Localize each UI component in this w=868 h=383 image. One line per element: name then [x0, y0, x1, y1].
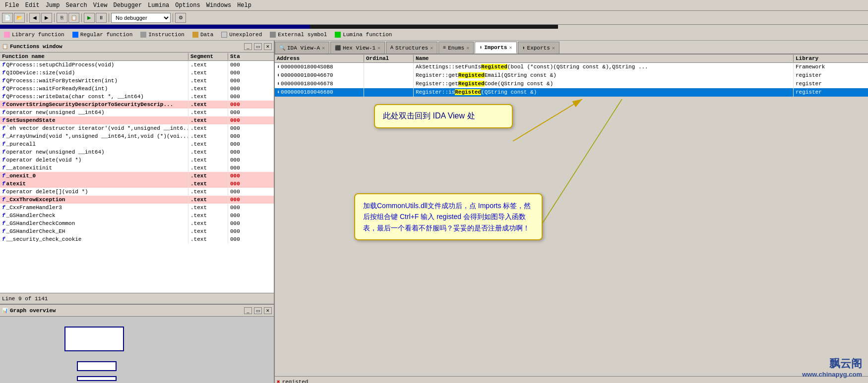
function-row[interactable]: fQIODevice::size(void).text000 — [0, 69, 274, 77]
open-btn[interactable]: 📂 — [14, 13, 25, 23]
search-term: registed — [282, 379, 309, 383]
function-row[interactable]: fQProcess::waitForReadyRead(int).text000 — [0, 85, 274, 93]
sep4 — [109, 13, 109, 22]
import-row[interactable]: ⬇0000000180046680Register::isRegisted(QS… — [275, 88, 868, 97]
col-function-name: Function name — [0, 53, 188, 60]
function-row[interactable]: fatexit.text000 — [0, 180, 274, 188]
function-row[interactable]: foperator delete(void *).text000 — [0, 156, 274, 164]
settings-btn[interactable]: ⚙ — [175, 13, 186, 23]
tab-label: Hex View-1 — [343, 45, 375, 51]
function-row[interactable]: f__atonexitinit.text000 — [0, 164, 274, 172]
tab-close-btn[interactable]: ✕ — [466, 45, 469, 51]
graph-restore-btn[interactable]: ▭ — [254, 307, 262, 314]
function-row[interactable]: foperator delete[](void *).text000 — [0, 188, 274, 196]
function-row[interactable]: f`eh vector destructor iterator'(void *,… — [0, 124, 274, 132]
menu-search[interactable]: Search — [62, 1, 90, 10]
menu-help[interactable]: Help — [234, 1, 254, 10]
function-row[interactable]: fQProcess::writeData(char const *, __int… — [0, 93, 274, 101]
tab-close-btn[interactable]: ✕ — [509, 45, 512, 51]
highlight-word: Registed — [455, 89, 481, 95]
import-row[interactable]: ⬇0000000180046678Register::getRegistedCo… — [275, 80, 868, 88]
function-row[interactable]: fSetSuspendState.text000 — [0, 116, 274, 124]
graph-close-btn[interactable]: ✕ — [264, 307, 272, 314]
tab-label: Imports — [484, 45, 507, 51]
menu-edit[interactable]: Edit — [22, 1, 43, 10]
tab-label: Structures — [395, 45, 428, 51]
run-btn[interactable]: ▶ — [84, 13, 95, 23]
col-sta: Sta — [228, 53, 258, 60]
tab-label: Exports — [527, 45, 550, 51]
paste-btn[interactable]: 📋 — [68, 13, 79, 23]
function-row[interactable]: fQProcess::setupChildProcess(void).text0… — [0, 61, 274, 69]
graph-panel-title: Graph overview — [10, 308, 242, 314]
col-segment: Segment — [188, 53, 228, 60]
menu-options[interactable]: Options — [172, 1, 203, 10]
function-row[interactable]: f_purecall.text000 — [0, 140, 274, 148]
function-row[interactable]: f_onexit_0.text000 — [0, 172, 274, 180]
function-row[interactable]: fConvertStringSecurityDescriptorToSecuri… — [0, 101, 274, 109]
import-icon: ⬇ — [479, 45, 482, 51]
tab-label: Enums — [448, 45, 464, 51]
menu-file[interactable]: File — [2, 1, 22, 10]
content-area: Address Ordinal Name Library ⬇0000000180… — [275, 55, 868, 376]
pause-btn[interactable]: ⏸ — [96, 13, 107, 23]
back-btn[interactable]: ◀ — [29, 13, 40, 23]
function-row[interactable]: foperator new(unsigned __int64).text000 — [0, 148, 274, 156]
right-status: ✖ registed — [275, 376, 868, 383]
debugger-select[interactable]: No debugger — [111, 13, 171, 23]
sep3 — [81, 13, 82, 22]
function-row[interactable]: f_CxxFrameHandler3.text000 — [0, 204, 274, 212]
tab-close-btn[interactable]: ✕ — [430, 45, 433, 51]
col-ordinal: Ordinal — [364, 55, 414, 62]
tab-ida-view-a[interactable]: 🔍IDA View-A✕ — [275, 42, 329, 54]
copy-btn[interactable]: ⎘ — [57, 13, 67, 23]
import-row[interactable]: ⬇0000000180046670Register::getRegistedEm… — [275, 71, 868, 80]
tab-enums[interactable]: ≡Enums✕ — [438, 42, 474, 54]
function-row[interactable]: f_GSHandlerCheck_EH.text000 — [0, 227, 274, 235]
function-row[interactable]: f__security_check_cookie.text000 — [0, 235, 274, 243]
export-icon: ⬆ — [522, 45, 525, 51]
functions-minimize-btn[interactable]: _ — [244, 43, 252, 50]
legend-unexplored-box — [221, 32, 227, 38]
functions-panel-header: 📋 Functions window _ ▭ ✕ — [0, 41, 274, 53]
tab-close-btn[interactable]: ✕ — [552, 45, 555, 51]
legend-instruction: Instruction — [140, 32, 185, 38]
tab-close-btn[interactable]: ✕ — [322, 45, 325, 51]
functions-table-body[interactable]: fQProcess::setupChildProcess(void).text0… — [0, 61, 274, 291]
col-name: Name — [414, 55, 794, 62]
main-layout: 📋 Functions window _ ▭ ✕ Function name S… — [0, 41, 868, 383]
menu-view[interactable]: View — [90, 1, 111, 10]
tab-structures[interactable]: AStructures✕ — [386, 42, 437, 54]
callout-ida-view: 此处双击回到 IDA View 处 — [374, 104, 513, 128]
function-row[interactable]: foperator new(unsigned __int64).text000 — [0, 109, 274, 116]
tab-close-btn[interactable]: ✕ — [377, 45, 380, 51]
import-row[interactable]: ⬇000000018004S0B8AkSettings::setFunIsReg… — [275, 63, 868, 71]
function-row[interactable]: f_ArrayUnwind(void *,unsigned __int64,in… — [0, 132, 274, 140]
menu-jump[interactable]: Jump — [43, 1, 63, 10]
tab-hex-view-1[interactable]: ⬛Hex View-1✕ — [330, 42, 385, 54]
legend-lumina: Lumina function — [335, 32, 392, 38]
menu-windows[interactable]: Windows — [203, 1, 234, 10]
tab-imports[interactable]: ⬇Imports✕ — [475, 42, 516, 54]
functions-close-btn[interactable]: ✕ — [264, 43, 272, 50]
legend-data: Data — [192, 32, 213, 38]
enum-icon: ≡ — [443, 45, 446, 51]
legend-unexplored: Unexplored — [221, 32, 262, 38]
function-row[interactable]: f_GSHandlerCheckCommon.text000 — [0, 219, 274, 227]
function-row[interactable]: f_CxxThrowException.text000 — [0, 196, 274, 204]
legend-unexplored-label: Unexplored — [229, 32, 262, 38]
menu-lumina[interactable]: Lumina — [145, 1, 172, 10]
function-row[interactable]: f_GSHandlerCheck.text000 — [0, 212, 274, 219]
legend-instruction-label: Instruction — [148, 32, 185, 38]
menu-debugger[interactable]: Debugger — [110, 1, 145, 10]
new-btn[interactable]: 📄 — [2, 13, 13, 23]
imports-table-body[interactable]: ⬇000000018004S0B8AkSettings::setFunIsReg… — [275, 63, 868, 97]
fwd-btn[interactable]: ▶ — [41, 13, 52, 23]
functions-restore-btn[interactable]: ▭ — [254, 43, 262, 50]
import-row-icon: ⬇ — [277, 81, 280, 87]
watermark: 飘云阁 www.chinapyg.com — [802, 357, 862, 379]
graph-minimize-btn[interactable]: _ — [244, 307, 252, 314]
legend-regular-box — [72, 32, 78, 38]
tab-exports[interactable]: ⬆Exports✕ — [518, 42, 559, 54]
function-row[interactable]: fQProcess::waitForBytesWritten(int).text… — [0, 77, 274, 85]
